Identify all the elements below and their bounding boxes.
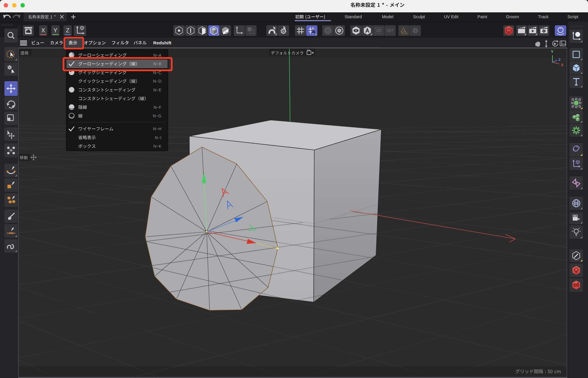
svg-text:N~I: N~I: [155, 135, 161, 140]
svg-text:N~E: N~E: [153, 88, 161, 92]
svg-text:N~H: N~H: [153, 126, 161, 131]
svg-text:Y: Y: [54, 27, 57, 34]
svg-text:Model: Model: [382, 14, 394, 19]
svg-text:Groom: Groom: [506, 14, 519, 19]
svg-text:N~B: N~B: [153, 61, 161, 66]
svg-text:X: X: [41, 27, 45, 34]
svg-text:N~D: N~D: [153, 79, 161, 84]
svg-text:Redshift: Redshift: [153, 40, 171, 45]
svg-text:Script: Script: [567, 14, 578, 19]
svg-text:Paint: Paint: [477, 14, 487, 19]
svg-text:N~K: N~K: [153, 144, 161, 149]
svg-text:N~A: N~A: [153, 53, 161, 58]
svg-text:N~G: N~G: [153, 114, 161, 118]
svg-text:N~F: N~F: [153, 105, 161, 110]
svg-text:X: X: [561, 63, 564, 67]
svg-text:Z: Z: [66, 27, 69, 34]
svg-text:Standard: Standard: [345, 14, 362, 19]
svg-text:Track: Track: [538, 14, 549, 19]
svg-text:Sculpt: Sculpt: [413, 14, 425, 19]
svg-text:UV Edit: UV Edit: [444, 14, 458, 19]
svg-text:Z: Z: [558, 57, 561, 62]
svg-text:Y: Y: [551, 49, 554, 54]
